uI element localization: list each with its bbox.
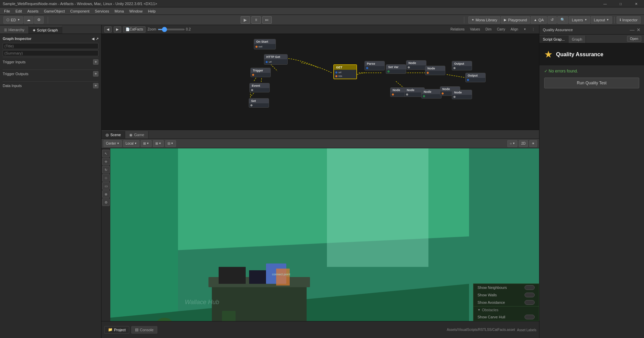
playground-button[interactable]: ▶ Playground	[501, 16, 530, 24]
rect-tool[interactable]: ▭	[102, 182, 110, 190]
transform-btn[interactable]: ⊞ ▼	[153, 140, 164, 147]
relations-btn[interactable]: Relations	[449, 27, 466, 31]
open-button[interactable]: Open	[627, 36, 641, 42]
node-mid2[interactable]: Node	[425, 66, 445, 75]
add-data-input-button[interactable]: +	[93, 83, 98, 88]
avoidance-toggle[interactable]	[525, 300, 535, 305]
select-tool[interactable]: ↖	[102, 150, 110, 157]
tab-game[interactable]: ◉ Game	[125, 131, 149, 139]
menu-window[interactable]: Window	[127, 7, 145, 15]
catfacts-btn[interactable]: 📄 CatFacts	[123, 26, 146, 33]
nav-show-avoidance[interactable]: Show Avoidance	[473, 299, 539, 306]
node-http[interactable]: HTTP Get url	[264, 54, 288, 65]
walls-toggle[interactable]	[525, 293, 535, 297]
add-trigger-input-button[interactable]: +	[93, 59, 98, 65]
menu-assets[interactable]: Assets	[25, 7, 41, 15]
zoom-slider[interactable]	[158, 29, 185, 30]
menu-gameobject[interactable]: GameObject	[41, 7, 68, 15]
node-lower-row5[interactable]: Node	[452, 90, 472, 99]
mona-library-button[interactable]: ✦ Mona Library	[468, 16, 500, 24]
node-lower2[interactable]: Set	[249, 98, 269, 108]
cloud-button[interactable]: ☁	[24, 16, 34, 24]
summary-input[interactable]	[3, 50, 98, 56]
node-parse[interactable]: Parse	[364, 61, 385, 70]
port	[453, 67, 470, 69]
node-out2[interactable]: Output	[465, 73, 486, 82]
grid-btn[interactable]: ⊞ ▼	[141, 140, 152, 147]
node-graph[interactable]: ◀ ▶ 📄 CatFacts Zoom 0.2 Relations Values…	[102, 25, 539, 130]
neighbours-toggle[interactable]	[525, 285, 535, 290]
carve-hull-toggle[interactable]	[525, 315, 535, 319]
mode-2d-btn[interactable]: 2D	[519, 140, 528, 147]
move-tool[interactable]: ✛	[102, 158, 110, 165]
close-button[interactable]: ✕	[628, 0, 644, 7]
node-lower-row3[interactable]: Node	[421, 89, 442, 99]
scale-tool[interactable]: ⊹	[102, 174, 110, 182]
tab-scene[interactable]: ◎ Scene	[102, 131, 125, 139]
expand-icon[interactable]: ↗	[96, 37, 98, 41]
tab-graph-right[interactable]: Graph	[569, 36, 586, 43]
back-btn[interactable]: ◀	[104, 26, 112, 33]
local-btn[interactable]: Local ▼	[123, 140, 139, 147]
carry-btn[interactable]: Carry	[495, 27, 506, 31]
menu-edit[interactable]: Edit	[13, 7, 25, 15]
node-out1[interactable]: Output	[452, 61, 472, 70]
dim-btn[interactable]: Dim	[484, 27, 493, 31]
ed-button[interactable]: ⬡ ED ▼	[3, 16, 23, 24]
maximize-button[interactable]: □	[613, 0, 628, 7]
play-button[interactable]: ▶	[241, 16, 250, 24]
node-header: Set	[249, 99, 269, 103]
render-mode-btn[interactable]: ○ ▼	[507, 140, 517, 147]
custom-tool[interactable]: ⚙	[102, 198, 110, 206]
tab-script-graph[interactable]: ◈ Script Graph	[29, 26, 62, 34]
undo-button[interactable]: ↺	[548, 16, 557, 24]
graph-options-menu[interactable]: ⋮	[530, 27, 536, 31]
menu-services[interactable]: Services	[92, 7, 112, 15]
settings-button[interactable]: ⚙	[34, 16, 44, 24]
center-btn[interactable]: Center ▼	[104, 140, 122, 147]
nav-show-carve-hull[interactable]: Show Carve Hull	[473, 313, 539, 321]
add-trigger-output-button[interactable]: +	[93, 71, 98, 77]
node-lower1[interactable]: Event	[249, 83, 270, 92]
tab-project[interactable]: 📁 Project	[104, 326, 129, 334]
node-get[interactable]: GET url res	[333, 64, 357, 79]
node-on-start[interactable]: On Start out	[254, 39, 276, 49]
chair-seat	[222, 311, 236, 321]
align-dropdown[interactable]: ▼	[522, 27, 528, 31]
node-body	[386, 69, 406, 73]
qa-close-btn[interactable]: ✕	[637, 27, 641, 33]
tab-script-graph-right[interactable]: Script Grap...	[539, 36, 569, 43]
title-input[interactable]	[3, 43, 98, 49]
rotate-tool[interactable]: ↻	[102, 166, 110, 173]
search-button[interactable]: 🔍	[557, 16, 568, 24]
gizmo-btn[interactable]: ⊟ ▼	[165, 140, 176, 147]
tab-console[interactable]: ▤ Console	[131, 326, 157, 334]
values-btn[interactable]: Values	[469, 27, 482, 31]
qa-button[interactable]: ▲ QA	[531, 16, 547, 24]
menu-mona[interactable]: Mona	[112, 7, 127, 15]
align-btn[interactable]: Align	[509, 27, 519, 31]
menu-component[interactable]: Component	[67, 7, 92, 15]
menu-file[interactable]: File	[1, 7, 13, 15]
run-quality-test-button[interactable]: Run Quality Test	[544, 78, 639, 88]
light-btn[interactable]: ☀	[529, 140, 537, 147]
layers-button[interactable]: Layers ▼	[569, 16, 590, 24]
nav-show-walls[interactable]: Show Walls	[473, 291, 539, 299]
node-mid1[interactable]: Node	[406, 60, 426, 70]
arrow-left-icon[interactable]: ◀	[92, 37, 94, 41]
pause-button[interactable]: ⏸	[251, 16, 261, 24]
transform-tool[interactable]: ⊕	[102, 190, 110, 198]
menu-help[interactable]: Help	[145, 7, 158, 15]
node-canvas[interactable]: On Start out HTTP Get url	[102, 34, 539, 130]
scene-view[interactable]: ↖ ✛ ↻ ⊹ ▭ ⊕	[102, 148, 539, 321]
node-trigger[interactable]: Trigger	[250, 68, 271, 77]
minimize-button[interactable]: —	[597, 0, 613, 7]
qa-minimize-btn[interactable]: —	[630, 27, 635, 33]
step-button[interactable]: ⏭	[262, 16, 272, 24]
node-set1[interactable]: Set Var	[386, 64, 406, 74]
inspector-button[interactable]: ℹ Inspector	[617, 16, 641, 24]
tab-hierarchy[interactable]: ☰ Hierarchy	[0, 26, 29, 34]
forward-btn[interactable]: ▶	[114, 26, 121, 33]
layout-button[interactable]: Layout ▼	[591, 16, 612, 24]
nav-show-neighbours[interactable]: Show Neighbours	[473, 284, 539, 291]
